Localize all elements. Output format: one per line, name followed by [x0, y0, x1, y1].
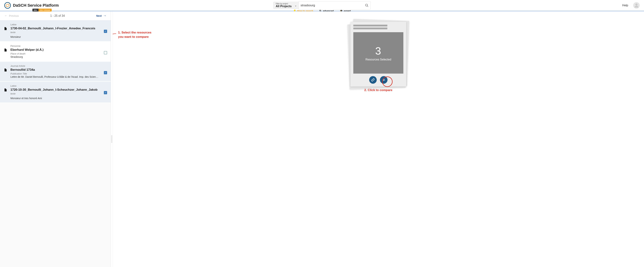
result-checkbox[interactable]: ✓ [104, 91, 107, 94]
annotation-step-2: 2. Click to compare [364, 88, 392, 92]
result-type: Lettre [10, 84, 101, 87]
detail-pane: 1. Select the resources you want to comp… [113, 11, 644, 267]
badge-release: dev-release [38, 9, 52, 12]
selection-actions [353, 76, 403, 84]
result-checkbox[interactable]: ✓ [104, 30, 107, 33]
result-checkbox-col [104, 44, 107, 54]
top-bar: DaSCH Service Platform dev dev-release F… [0, 0, 644, 11]
result-item[interactable]: Personne Eberhard Welper (d.Ä.) Place of… [0, 42, 111, 62]
result-title: Bernoullid 1734a [10, 68, 101, 72]
previous-page-button[interactable]: ← Previous [4, 14, 19, 18]
result-item[interactable]: Lettre 1720-10-30_Bernoulli_Johann_I-Sch… [0, 82, 111, 103]
highlight-ring [382, 76, 392, 87]
result-checkbox-col: ✓ [104, 64, 107, 74]
results-pane: ← Previous 1 - 25 of 34 Next → Lettre 17… [0, 11, 111, 267]
result-type: Lettre [10, 23, 101, 26]
result-title: Eberhard Welper (d.Ä.) [10, 48, 101, 52]
svg-point-2 [320, 10, 321, 11]
stack-front-page: 3 Resources Selected [350, 22, 406, 86]
search-zone: Filter by project All Projects ⌄ 💡 How t… [274, 1, 370, 10]
annotation-step-1: 1. Select the resources you want to comp… [118, 30, 151, 39]
search-icon[interactable] [365, 4, 368, 7]
link-button[interactable] [369, 76, 377, 84]
result-extra-text: Monsieur [10, 36, 101, 38]
result-body: Lettre 1720-10-30_Bernoulli_Johann_I-Sch… [10, 84, 101, 100]
svg-point-0 [366, 4, 368, 6]
skeleton-line [353, 25, 387, 26]
arrow-right-icon: → [103, 14, 106, 18]
document-icon [4, 48, 8, 52]
drag-handle-icon [111, 136, 112, 143]
pagination-range: 1 - 25 of 34 [50, 14, 65, 18]
search-input[interactable] [300, 4, 365, 7]
result-field-label: texte [10, 31, 101, 34]
badge-dev: dev [32, 9, 38, 12]
result-checkbox[interactable] [104, 51, 107, 54]
annotation-step-1-line1: 1. Select the resources [118, 30, 151, 35]
body: ← Previous 1 - 25 of 34 Next → Lettre 17… [0, 11, 644, 267]
result-extra-text: Monsieur et tres honoré Ami [10, 97, 101, 100]
selection-label: Resources Selected [366, 58, 391, 61]
result-field-label: Place of death [10, 52, 101, 55]
pane-splitter[interactable] [111, 11, 113, 267]
document-icon [4, 26, 8, 31]
env-badges: dev dev-release [32, 9, 52, 12]
annotation-arrow-icon [113, 32, 117, 38]
user-avatar[interactable] [633, 2, 640, 9]
results-list[interactable]: Lettre 1730-04-02_Bernoulli_Johann_I-Fre… [0, 20, 111, 267]
result-title: 1720-10-30_Bernoulli_Johann_I-Scheuchzer… [10, 88, 101, 92]
document-icon [4, 68, 8, 72]
result-field-value: Strasbourg [10, 56, 99, 58]
search-field [298, 1, 370, 10]
next-page-button[interactable]: Next → [96, 14, 106, 18]
result-title: 1730-04-02_Bernoulli_Johann_I-Frezier_Am… [10, 27, 101, 30]
document-icon [4, 88, 8, 92]
result-checkbox-col: ✓ [104, 23, 107, 33]
svg-point-5 [635, 4, 638, 6]
svg-line-1 [367, 6, 368, 7]
selection-card-stack: 3 Resources Selected [349, 20, 408, 88]
brand-logo-icon [4, 2, 11, 9]
brand-title: DaSCH Service Platform [13, 3, 59, 8]
result-body: Lettre 1730-04-02_Bernoulli_Johann_I-Fre… [10, 23, 101, 38]
help-link[interactable]: Help [622, 4, 628, 7]
skeleton-line [353, 28, 387, 29]
link-icon [371, 78, 375, 82]
previous-label: Previous [9, 14, 19, 17]
project-filter-value: All Projects [276, 5, 293, 8]
result-field-label: Publication Title [10, 72, 101, 75]
result-checkbox-col: ✓ [104, 84, 107, 94]
annotation-step-1-line2: you want to compare [118, 35, 151, 39]
result-field-value: Lettre de Mr. Daniel Bernoulli, Professe… [10, 76, 99, 78]
result-item[interactable]: Journal Article Bernoullid 1734a Publica… [0, 62, 111, 82]
result-item[interactable]: Lettre 1730-04-02_Bernoulli_Johann_I-Fre… [0, 20, 111, 42]
result-body: Journal Article Bernoullid 1734a Publica… [10, 64, 101, 78]
result-field-label: texte [10, 92, 101, 95]
pagination-bar: ← Previous 1 - 25 of 34 Next → [0, 11, 111, 20]
result-type: Personne [10, 44, 101, 47]
selection-summary: 3 Resources Selected [353, 32, 403, 74]
project-filter-label: Filter by project [276, 3, 293, 5]
result-type: Journal Article [10, 64, 101, 67]
project-filter-dropdown[interactable]: Filter by project All Projects ⌄ [274, 2, 298, 9]
result-body: Personne Eberhard Welper (d.Ä.) Place of… [10, 44, 101, 58]
arrow-left-icon: ← [4, 14, 8, 18]
brand-area: DaSCH Service Platform [4, 2, 59, 9]
result-checkbox[interactable]: ✓ [104, 71, 107, 74]
selection-count: 3 [375, 45, 382, 57]
chevron-down-icon: ⌄ [295, 4, 297, 7]
next-label: Next [96, 14, 102, 17]
